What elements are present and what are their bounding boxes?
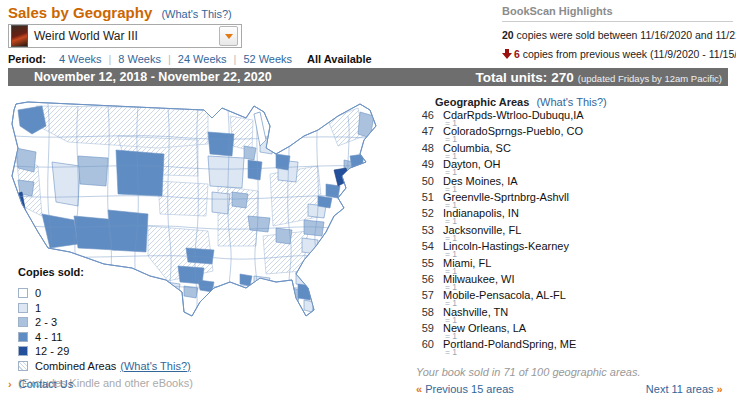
contact-us-label: Contact Us bbox=[19, 378, 73, 390]
list-item: 57Mobile-Pensacola, AL-FL = 1 bbox=[416, 289, 732, 305]
area-rank: 54 bbox=[416, 240, 434, 252]
area-rank: 56 bbox=[416, 273, 434, 285]
area-name: Lincoln-Hastings-Kearney bbox=[443, 240, 569, 252]
area-rank: 48 bbox=[416, 142, 434, 154]
legend-label-0: 0 bbox=[35, 287, 41, 299]
legend-swatch-3 bbox=[18, 332, 28, 342]
area-name: Mobile-Pensacola, AL-FL bbox=[443, 289, 566, 301]
list-item: 49Dayton, OH = 1 bbox=[416, 158, 732, 174]
period-option-all-available-selected[interactable]: All Available bbox=[307, 53, 372, 65]
geographic-areas-title: Geographic Areas bbox=[435, 96, 529, 108]
period-label: Period: bbox=[8, 53, 46, 65]
legend-entry-1: 1 bbox=[18, 301, 193, 316]
geographic-areas-list: 46CdarRpds-Wtrloo-Dubuqu,IA = 1 47Colora… bbox=[416, 109, 732, 355]
areas-summary: Your book sold in 71 of 100 geographic a… bbox=[416, 366, 640, 378]
legend-label-3: 4 - 11 bbox=[35, 331, 62, 343]
period-option-8-weeks[interactable]: 8 Weeks bbox=[118, 53, 161, 65]
legend-swatch-4 bbox=[18, 346, 28, 356]
page-title: Sales by Geography (What's This?) bbox=[8, 4, 232, 21]
list-item: 51Greenvlle-Sprtnbrg-Ashvll = 1 bbox=[416, 191, 732, 207]
list-item: 59New Orleans, LA = 1 bbox=[416, 322, 732, 338]
list-item: 50Des Moines, IA = 1 bbox=[416, 175, 732, 191]
list-item: 46CdarRpds-Wtrloo-Dubuqu,IA = 1 bbox=[416, 109, 732, 125]
book-cover-thumbnail bbox=[11, 25, 28, 47]
bookscan-week-sales-value: 20 bbox=[502, 29, 514, 41]
area-rank: 50 bbox=[416, 175, 434, 187]
geographic-areas-header: Geographic Areas (What's This?) bbox=[435, 96, 607, 108]
period-option-4-weeks[interactable]: 4 Weeks bbox=[59, 53, 102, 65]
period-selector: Period: 4 Weeks | 8 Weeks | 24 Weeks | 5… bbox=[8, 53, 372, 65]
legend-swatch-combined-hatch bbox=[18, 361, 28, 371]
list-item: 48Columbia, SC = 1 bbox=[416, 142, 732, 158]
left-double-arrow-icon: « bbox=[416, 383, 422, 395]
right-double-arrow-icon: » bbox=[717, 383, 723, 395]
map-legend: Copies sold: 0 1 2 - 3 4 - 11 12 - 29 Co… bbox=[18, 266, 193, 389]
book-selector-dropdown-button[interactable] bbox=[219, 26, 238, 46]
list-item: 56Milwaukee, WI = 1 bbox=[416, 273, 732, 289]
contact-us[interactable]: › Contact Us bbox=[8, 378, 73, 390]
whats-this-link-header[interactable]: (What's This?) bbox=[161, 8, 231, 20]
period-option-52-weeks[interactable]: 52 Weeks bbox=[243, 53, 292, 65]
area-rank: 57 bbox=[416, 289, 434, 301]
whats-this-link-areas[interactable]: (What's This?) bbox=[536, 96, 606, 108]
next-areas-label: Next 11 areas bbox=[646, 383, 714, 395]
area-rank: 55 bbox=[416, 257, 434, 269]
whats-this-link-combined[interactable]: (What's This?) bbox=[120, 360, 190, 372]
legend-label-4: 12 - 29 bbox=[35, 345, 69, 357]
area-name: ColoradoSprngs-Pueblo, CO bbox=[443, 125, 583, 137]
divider: | bbox=[109, 53, 112, 65]
next-areas-link[interactable]: Next 11 areas » bbox=[646, 383, 723, 395]
chevron-down-icon bbox=[225, 34, 233, 39]
date-range-bar: November 12, 2018 - November 22, 2020 To… bbox=[8, 68, 728, 86]
divider: | bbox=[234, 53, 237, 65]
legend-entry-2: 2 - 3 bbox=[18, 315, 193, 330]
legend-swatch-0 bbox=[18, 288, 28, 298]
total-units-label: Total units: bbox=[476, 70, 548, 85]
bookscan-week-sales: 20 copies were sold between 11/16/2020 a… bbox=[502, 29, 733, 41]
book-selector[interactable]: Weird World War III bbox=[8, 24, 242, 48]
previous-areas-link[interactable]: « Previous 15 areas bbox=[416, 383, 514, 395]
total-units-note: (updated Fridays by 12am Pacific) bbox=[578, 73, 722, 84]
legend-label-combined: Combined Areas bbox=[35, 360, 116, 372]
bookscan-delta-text: copies from previous week (11/9/2020 - 1… bbox=[520, 48, 736, 60]
book-title: Weird World War III bbox=[34, 29, 219, 43]
area-name: Portland-PolandSpring, ME bbox=[443, 338, 576, 350]
legend-title: Copies sold: bbox=[18, 266, 193, 278]
legend-label-2: 2 - 3 bbox=[35, 316, 57, 328]
previous-areas-label: Previous 15 areas bbox=[425, 383, 514, 395]
area-rank: 49 bbox=[416, 158, 434, 170]
page-title-text: Sales by Geography bbox=[8, 4, 152, 21]
legend-entry-0: 0 bbox=[18, 286, 193, 301]
legend-swatch-2 bbox=[18, 317, 28, 327]
list-item: 47ColoradoSprngs-Pueblo, CO = 1 bbox=[416, 125, 732, 141]
list-item: 52Indianapolis, IN = 1 bbox=[416, 207, 732, 223]
down-arrow-icon bbox=[502, 49, 512, 59]
area-rank: 53 bbox=[416, 224, 434, 236]
date-range: November 12, 2018 - November 22, 2020 bbox=[34, 70, 272, 84]
area-rank: 60 bbox=[416, 338, 434, 350]
total-units: Total units: 270 (updated Fridays by 12a… bbox=[476, 70, 722, 85]
area-rank: 52 bbox=[416, 207, 434, 219]
bookscan-week-sales-text: copies were sold between 11/16/2020 and … bbox=[514, 29, 736, 41]
list-item: 60Portland-PolandSpring, ME = 1 bbox=[416, 338, 732, 354]
divider: | bbox=[168, 53, 171, 65]
list-item: 53Jacksonville, FL = 1 bbox=[416, 224, 732, 240]
areas-pagination: « Previous 15 areas Next 11 areas » bbox=[416, 383, 732, 395]
legend-entry-combined: Combined Areas (What's This?) bbox=[18, 359, 193, 374]
area-rank: 46 bbox=[416, 109, 434, 121]
list-item: 55Miami, FL = 1 bbox=[416, 257, 732, 273]
area-name: Greenvlle-Sprtnbrg-Ashvll bbox=[443, 191, 569, 203]
bookscan-highlights: BookScan Highlights 20 copies were sold … bbox=[502, 5, 733, 60]
area-rank: 51 bbox=[416, 191, 434, 203]
legend-entry-3: 4 - 11 bbox=[18, 330, 193, 345]
arrow-bullet-icon: › bbox=[8, 378, 12, 390]
legend-swatch-1 bbox=[18, 303, 28, 313]
period-option-24-weeks[interactable]: 24 Weeks bbox=[178, 53, 227, 65]
area-rank: 47 bbox=[416, 125, 434, 137]
bookscan-title: BookScan Highlights bbox=[502, 5, 733, 22]
total-units-value: 270 bbox=[551, 70, 574, 85]
bookscan-delta: 6 copies from previous week (11/9/2020 -… bbox=[502, 48, 733, 60]
list-item: 54Lincoln-Hastings-Kearney = 1 bbox=[416, 240, 732, 256]
legend-label-1: 1 bbox=[35, 302, 41, 314]
area-rank: 59 bbox=[416, 322, 434, 334]
